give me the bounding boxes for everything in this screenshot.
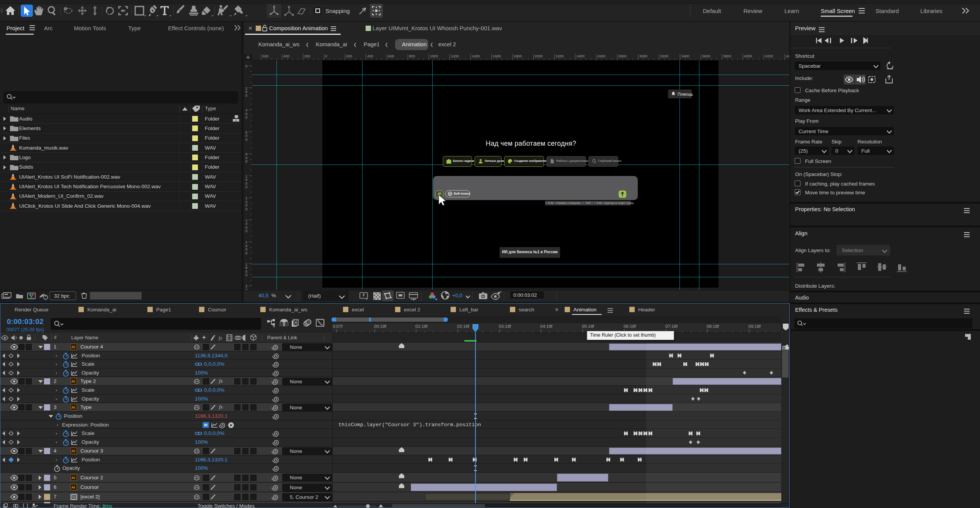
svg-text:0: 0 <box>245 207 247 211</box>
svg-text:1200: 1200 <box>451 54 459 58</box>
svg-text:800: 800 <box>409 54 415 58</box>
svg-text:0: 0 <box>325 54 327 58</box>
svg-text:0: 0 <box>245 64 247 68</box>
svg-text:400: 400 <box>367 54 373 58</box>
svg-text:200: 200 <box>304 54 310 58</box>
svg-text:4000: 4000 <box>744 54 752 58</box>
svg-text:600: 600 <box>388 54 394 58</box>
svg-text:600: 600 <box>262 54 268 58</box>
svg-text:400: 400 <box>283 54 289 58</box>
svg-text:2200: 2200 <box>555 54 564 58</box>
svg-text:2800: 2800 <box>618 54 626 58</box>
svg-text:3400: 3400 <box>681 54 689 58</box>
svg-text:0: 0 <box>245 185 247 189</box>
svg-text:3000: 3000 <box>639 54 647 58</box>
svg-text:3600: 3600 <box>702 54 710 58</box>
svg-text:2400: 2400 <box>577 54 585 58</box>
svg-text:0: 0 <box>245 93 247 98</box>
svg-text:3200: 3200 <box>660 54 668 58</box>
svg-text:1600: 1600 <box>493 54 501 58</box>
svg-text:fx: fx <box>219 335 222 341</box>
svg-text:2000: 2000 <box>535 54 543 58</box>
svg-text:0: 0 <box>245 273 247 277</box>
svg-text:2600: 2600 <box>598 54 606 58</box>
svg-text:1000: 1000 <box>430 54 438 58</box>
svg-text:4400: 4400 <box>786 54 789 58</box>
svg-text:1800: 1800 <box>514 54 522 58</box>
svg-text:0: 0 <box>245 251 247 255</box>
svg-text:32 bpc: 32 bpc <box>54 293 70 299</box>
svg-text:1400: 1400 <box>472 54 480 58</box>
svg-text:4200: 4200 <box>765 54 773 58</box>
svg-text:0: 0 <box>245 137 247 142</box>
svg-text:0: 0 <box>245 159 247 163</box>
svg-text:3800: 3800 <box>723 54 731 58</box>
svg-text:0: 0 <box>245 229 247 233</box>
svg-text:0: 0 <box>245 115 247 119</box>
svg-text:200: 200 <box>346 54 352 58</box>
